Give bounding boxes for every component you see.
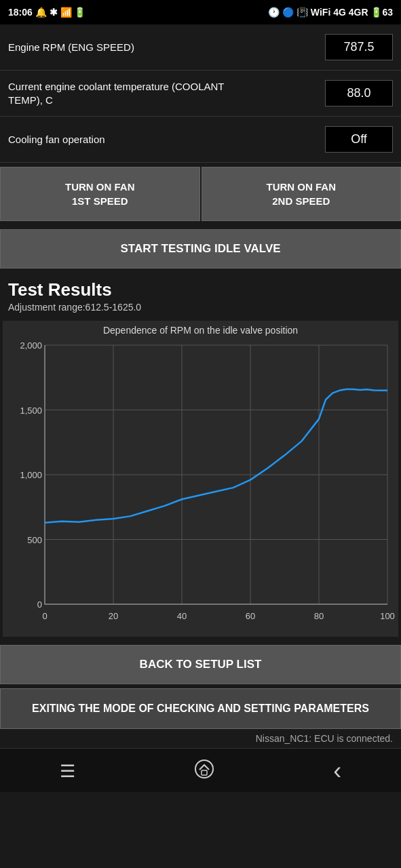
- fan-buttons-row: TURN ON FAN1ST SPEED TURN ON FAN2ND SPEE…: [0, 167, 401, 221]
- ecu-status-line: Nissan_NC1: ECU is connected.: [0, 729, 401, 748]
- start-testing-idle-valve-button[interactable]: START TESTING IDLE VALVE: [0, 229, 401, 269]
- home-icon[interactable]: [194, 759, 214, 784]
- status-right: 🕐 🔵 📳 WiFi 4G 4GR 🔋63: [268, 7, 393, 18]
- turn-on-fan-2nd-button[interactable]: TURN ON FAN2ND SPEED: [202, 167, 402, 221]
- cooling-fan-label: Cooling fan operation: [8, 133, 105, 146]
- main-content: Engine RPM (ENG SPEED) 787.5 Current eng…: [0, 24, 401, 748]
- time: 18:06: [8, 7, 33, 18]
- status-bar: 18:06 🔔 ✱ 📶 🔋 🕐 🔵 📳 WiFi 4G 4GR 🔋63: [0, 0, 401, 24]
- turn-on-fan-1st-button[interactable]: TURN ON FAN1ST SPEED: [0, 167, 200, 221]
- adjustment-range: Adjustment range:612.5-1625.0: [0, 300, 401, 317]
- test-results-title: Test Results: [0, 273, 401, 300]
- back-icon[interactable]: ‹: [333, 757, 341, 785]
- coolant-temp-label: Current engine coolant temperature (COOL…: [8, 80, 239, 106]
- rpm-chart: [3, 338, 398, 637]
- engine-rpm-row: Engine RPM (ENG SPEED) 787.5: [0, 24, 401, 71]
- engine-rpm-label: Engine RPM (ENG SPEED): [8, 41, 134, 54]
- exit-mode-button[interactable]: EXITING THE MODE OF CHECKING AND SETTING…: [0, 688, 401, 729]
- menu-icon[interactable]: ☰: [60, 761, 75, 782]
- engine-rpm-value: 787.5: [325, 34, 393, 60]
- svg-rect-1: [202, 770, 207, 775]
- coolant-temp-value: 88.0: [325, 80, 393, 106]
- back-to-setup-list-button[interactable]: BACK TO SETUP LIST: [0, 645, 401, 684]
- coolant-temp-row: Current engine coolant temperature (COOL…: [0, 71, 401, 117]
- chart-title: Dependence of RPM on the idle valve posi…: [3, 325, 398, 338]
- status-left: 18:06 🔔 ✱ 📶 🔋: [8, 7, 85, 18]
- chart-container: Dependence of RPM on the idle valve posi…: [3, 321, 398, 637]
- cooling-fan-value: Off: [325, 126, 393, 153]
- status-icons: 🔔 ✱ 📶 🔋: [35, 7, 86, 18]
- nav-bar: ☰ ‹: [0, 748, 401, 792]
- cooling-fan-row: Cooling fan operation Off: [0, 117, 401, 163]
